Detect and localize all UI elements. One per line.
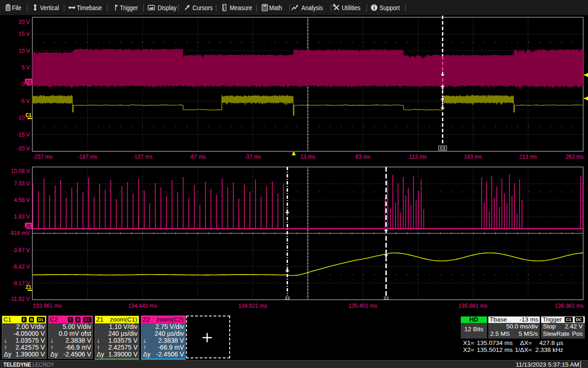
svg-text:Z2: Z2 [285,295,290,300]
svg-text:-137 ms: -137 ms [133,154,153,160]
svg-text:-11.92 V: -11.92 V [10,296,30,302]
svg-text:-6.42 V: -6.42 V [12,264,30,270]
svg-text:-87 ms: -87 ms [189,154,206,160]
svg-text:Z2: Z2 [26,223,31,228]
svg-text:C1: C1 [25,112,32,118]
svg-text:20 V: 20 V [18,19,30,25]
svg-text:1.83 V: 1.83 V [14,213,30,220]
svg-text:135.881 ms: 135.881 ms [458,303,487,309]
svg-text:163 ms: 163 ms [464,154,482,160]
svg-text:Z1: Z1 [26,284,31,290]
svg-text:213 ms: 213 ms [519,154,537,160]
svg-text:136.361 ms: 136.361 ms [555,303,584,309]
svg-text:C2: C2 [440,145,445,150]
svg-text:63 ms: 63 ms [356,154,371,160]
svg-text:134.441 ms: 134.441 ms [128,303,157,309]
svg-text:4.58 V: 4.58 V [14,197,30,203]
svg-text:-3.67 V: -3.67 V [12,247,30,253]
svg-text:113 ms: 113 ms [409,154,427,160]
svg-text:263 ms: 263 ms [565,154,583,160]
svg-text:-37 ms: -37 ms [244,154,261,160]
svg-text:-237 ms: -237 ms [33,154,52,160]
svg-text:-15 V: -15 V [17,132,30,138]
svg-text:7.33 V: 7.33 V [14,180,30,187]
svg-text:10 V: 10 V [18,48,30,54]
svg-text:13 ms: 13 ms [300,154,316,160]
svg-text:←: ← [33,300,39,306]
svg-text:5 V: 5 V [22,64,30,71]
svg-text:Z2: Z2 [384,295,389,300]
svg-text:-5 V: -5 V [20,98,30,104]
svg-text:10.08 V: 10.08 V [11,168,30,174]
svg-text:-187 ms: -187 ms [78,154,97,160]
svg-text:-20 V: -20 V [17,145,30,152]
svg-text:C2: C2 [26,79,31,84]
svg-text:134.921 ms: 134.921 ms [238,303,267,309]
svg-text:135.401 ms: 135.401 ms [349,303,378,309]
svg-text:-918 mV: -918 mV [9,230,30,236]
svg-text:15 V: 15 V [18,31,30,37]
